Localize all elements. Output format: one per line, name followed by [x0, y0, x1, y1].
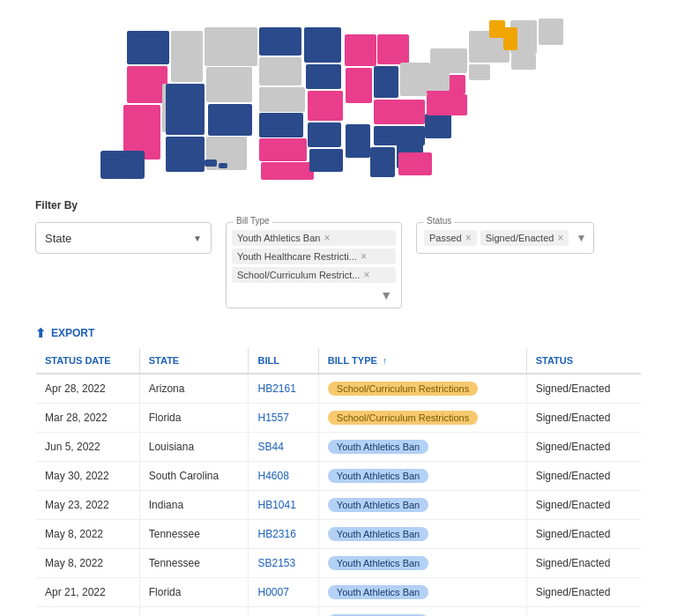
page-wrapper: Filter By State ▼ Bill Type Youth Athlet…	[0, 0, 677, 616]
sort-arrow-bill-type: ↑	[383, 356, 387, 366]
state-gold1	[503, 27, 517, 50]
bill-type-label: Bill Type	[234, 216, 272, 226]
cell-status-3: Signed/Enacted	[526, 462, 641, 491]
cell-bill-2[interactable]: SB44	[249, 433, 318, 462]
cell-bill-7[interactable]: H0007	[249, 578, 318, 607]
state-wa	[127, 31, 169, 64]
bill-type-tag-1-label: Youth Healthcare Restricti...	[237, 251, 357, 262]
state-ia	[306, 64, 341, 89]
cell-status-date-0: Apr 28, 2022	[36, 374, 140, 404]
state-nc	[427, 94, 467, 115]
table-row: May 8, 2022 Tennessee SB2153 Youth Athle…	[36, 549, 642, 578]
state-hi3	[194, 165, 203, 170]
state-ok	[259, 138, 307, 161]
state-md	[469, 64, 490, 80]
cell-state-3: South Carolina	[139, 462, 249, 491]
status-tag-1-label: Signed/Enacted	[486, 233, 554, 243]
bill-type-tag-2-remove[interactable]: ×	[363, 269, 369, 281]
bill-type-footer: ▼	[232, 286, 396, 304]
cell-bill-type-1: School/Curriculum Restrictions	[318, 404, 526, 433]
export-button[interactable]: ⬆ EXPORT	[35, 326, 642, 340]
cell-bill-0[interactable]: HB2161	[249, 374, 318, 404]
table-row: Mar 28, 2022 Florida H1557 School/Curric…	[36, 404, 642, 433]
cell-status-8: Signed/Enacted	[526, 607, 641, 617]
bill-type-filter: Bill Type Youth Athletics Ban × Youth He…	[226, 222, 402, 308]
export-label: EXPORT	[51, 327, 94, 339]
bill-type-tag-1: Youth Healthcare Restricti... ×	[232, 249, 396, 264]
state-mo	[308, 91, 343, 121]
state-il	[346, 68, 372, 103]
bill-link-5[interactable]: HB2316	[257, 528, 295, 540]
status-dropdown-chevron[interactable]: ▼	[576, 232, 586, 244]
status-value-2: Signed/Enacted	[536, 441, 611, 453]
cell-status-date-5: May 8, 2022	[36, 520, 140, 549]
state-mn	[304, 27, 341, 63]
bill-type-expand-arrow[interactable]: ▼	[376, 286, 396, 304]
map-container	[74, 11, 603, 183]
state-ms	[346, 124, 370, 158]
map-section	[0, 0, 677, 185]
table-row: May 30, 2022 South Carolina H4608 Youth …	[36, 462, 642, 491]
cell-state-6: Tennessee	[139, 549, 249, 578]
bill-link-2[interactable]: SB44	[257, 441, 283, 453]
col-header-status[interactable]: STATUS	[526, 348, 641, 375]
cell-bill-type-8: Youth Athletics Ban	[318, 607, 526, 617]
bill-type-badge-3: Youth Athletics Ban	[328, 469, 428, 483]
state-pa	[430, 48, 467, 73]
state-hi1	[205, 160, 217, 167]
state-ne	[259, 87, 305, 112]
table-body: Apr 28, 2022 Arizona HB2161 School/Curri…	[36, 374, 642, 616]
state-mass	[511, 54, 536, 70]
status-value-4: Signed/Enacted	[536, 499, 611, 511]
state-gold2	[489, 20, 505, 38]
cell-bill-5[interactable]: HB2316	[249, 520, 318, 549]
status-tag-0-remove[interactable]: ×	[465, 232, 472, 244]
cell-bill-3[interactable]: H4608	[249, 462, 318, 491]
cell-status-4: Signed/Enacted	[526, 491, 641, 520]
cell-bill-type-7: Youth Athletics Ban	[318, 578, 526, 607]
filter-row: State ▼ Bill Type Youth Athletics Ban × …	[35, 222, 642, 308]
bill-link-6[interactable]: SB2153	[257, 557, 295, 569]
status-label: Status	[424, 216, 454, 226]
state-hi2	[219, 163, 227, 168]
bill-type-tag-0: Youth Athletics Ban ×	[232, 230, 396, 246]
state-fl	[398, 152, 432, 175]
col-header-bill-type[interactable]: BILL TYPE ↑	[318, 348, 526, 375]
bill-link-3[interactable]: H4608	[257, 470, 288, 482]
cell-bill-1[interactable]: H1557	[249, 404, 318, 433]
cell-state-7: Florida	[139, 578, 249, 607]
bill-type-tag-2-label: School/Curriculum Restrict...	[237, 270, 360, 280]
state-wy	[206, 67, 252, 102]
state-ar	[308, 122, 341, 147]
cell-status-2: Signed/Enacted	[526, 433, 641, 462]
state-dropdown[interactable]: State ▼	[35, 222, 212, 254]
status-value-5: Signed/Enacted	[536, 528, 611, 540]
bill-type-tag-1-remove[interactable]: ×	[361, 250, 367, 263]
cell-bill-6[interactable]: SB2153	[249, 549, 318, 578]
col-header-status-date[interactable]: STATUS DATE	[36, 348, 140, 375]
bill-type-badge-7: Youth Athletics Ban	[328, 585, 428, 599]
col-header-bill[interactable]: BILL	[249, 348, 318, 375]
status-filter: Status Passed × Signed/Enacted × ▼	[416, 222, 594, 254]
table-row: Apr 21, 2022 Florida H0007 Youth Athleti…	[36, 578, 642, 607]
cell-bill-4[interactable]: HB1041	[249, 491, 318, 520]
status-tag-1: Signed/Enacted ×	[480, 230, 569, 246]
table-header-row: STATUS DATE STATE BILL BILL TYPE ↑ STATU…	[36, 348, 642, 375]
status-tag-1-remove[interactable]: ×	[557, 232, 563, 244]
bill-link-1[interactable]: H1557	[257, 412, 288, 424]
cell-status-date-3: May 30, 2022	[36, 462, 140, 491]
cell-state-1: Florida	[139, 404, 249, 433]
bill-type-tag-0-remove[interactable]: ×	[324, 232, 330, 244]
cell-bill-8[interactable]: SB83	[249, 607, 318, 617]
bill-link-7[interactable]: H0007	[257, 586, 288, 598]
cell-bill-type-3: Youth Athletics Ban	[318, 462, 526, 491]
col-header-state[interactable]: STATE	[139, 348, 249, 375]
state-mt	[205, 27, 257, 66]
us-map	[74, 11, 603, 183]
bill-link-0[interactable]: HB2161	[257, 382, 295, 395]
cell-bill-type-6: Youth Athletics Ban	[318, 549, 526, 578]
bill-type-badge-6: Youth Athletics Ban	[328, 556, 428, 570]
state-la	[309, 149, 343, 172]
table-row: Jun 5, 2022 Louisiana SB44 Youth Athleti…	[36, 433, 642, 462]
bill-link-4[interactable]: HB1041	[257, 499, 295, 511]
